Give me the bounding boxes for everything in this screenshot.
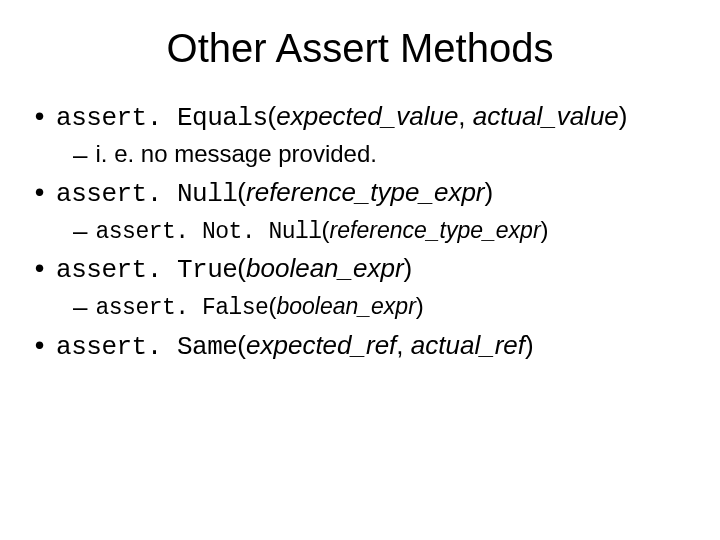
paren-close: ) <box>404 253 413 283</box>
param: reference_type_expr <box>246 177 484 207</box>
bullet-dot-icon: • <box>35 328 44 363</box>
param-expected: expected_ref <box>246 330 396 360</box>
method-name: assert. Same <box>56 332 237 362</box>
method-name: assert. False <box>95 295 268 321</box>
bullet-dot-icon: • <box>35 175 44 210</box>
dash-icon: – <box>73 138 87 173</box>
comma: , <box>396 330 410 360</box>
param: boolean_expr <box>276 293 415 319</box>
method-name: assert. Null <box>56 179 237 209</box>
paren-open: ( <box>322 216 330 243</box>
sub-body: i. e. no message provided. <box>95 138 685 170</box>
bullet-assert-null: • assert. Null(reference_type_expr) <box>35 175 685 212</box>
bullet-body: assert. Equals(expected_value, actual_va… <box>56 99 685 136</box>
param: boolean_expr <box>246 253 404 283</box>
bullet-dot-icon: • <box>35 99 44 134</box>
slide: Other Assert Methods • assert. Equals(ex… <box>0 0 720 540</box>
bullet-assert-same: • assert. Same(expected_ref, actual_ref) <box>35 328 685 365</box>
sub-body: assert. Not. Null(reference_type_expr) <box>95 214 685 248</box>
param-expected: expected_value <box>276 101 458 131</box>
paren-close: ) <box>416 292 424 319</box>
method-name: assert. Not. Null <box>95 219 321 245</box>
sub-bullet-assert-false: – assert. False(boolean_expr) <box>73 290 685 325</box>
paren-open: ( <box>237 330 246 360</box>
paren-close: ) <box>485 177 494 207</box>
bullet-dot-icon: • <box>35 251 44 286</box>
paren-close: ) <box>541 216 549 243</box>
bullet-body: assert. Null(reference_type_expr) <box>56 175 685 212</box>
paren-close: ) <box>619 101 628 131</box>
sub-bullet-assert-not-null: – assert. Not. Null(reference_type_expr) <box>73 214 685 249</box>
param: reference_type_expr <box>330 217 541 243</box>
comma: , <box>458 101 472 131</box>
param-actual: actual_ref <box>411 330 525 360</box>
sub-body: assert. False(boolean_expr) <box>95 290 685 324</box>
paren-open: ( <box>237 253 246 283</box>
bullet-assert-equals: • assert. Equals(expected_value, actual_… <box>35 99 685 136</box>
param-actual: actual_value <box>473 101 619 131</box>
bullet-assert-true: • assert. True(boolean_expr) <box>35 251 685 288</box>
dash-icon: – <box>73 290 87 325</box>
bullet-body: assert. Same(expected_ref, actual_ref) <box>56 328 685 365</box>
dash-icon: – <box>73 214 87 249</box>
slide-title: Other Assert Methods <box>35 26 685 71</box>
paren-close: ) <box>525 330 534 360</box>
sub-bullet-no-message: – i. e. no message provided. <box>73 138 685 173</box>
paren-open: ( <box>237 177 246 207</box>
slide-content: • assert. Equals(expected_value, actual_… <box>35 99 685 365</box>
method-name: assert. True <box>56 255 237 285</box>
bullet-body: assert. True(boolean_expr) <box>56 251 685 288</box>
paren-open: ( <box>268 101 277 131</box>
method-name: assert. Equals <box>56 103 267 133</box>
